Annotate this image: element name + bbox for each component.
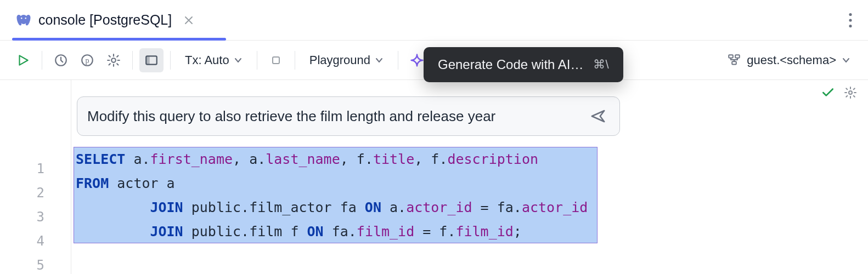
separator (132, 51, 133, 70)
tab-bar: console [PostgreSQL] (0, 0, 868, 41)
check-icon (821, 85, 835, 100)
schema-picker[interactable]: guest.<schema> (720, 53, 857, 67)
gear-icon[interactable] (844, 86, 857, 99)
code-line: JOIN public.film_actor fa ON a.actor_id … (76, 195, 861, 219)
status-icons (821, 85, 857, 100)
editor: 1 2 3 4 5 SELECT a.first_name, a.last_na… (0, 80, 868, 274)
ai-prompt-input[interactable] (87, 108, 587, 125)
svg-rect-10 (146, 56, 150, 64)
schema-label: guest.<schema> (747, 53, 836, 67)
svg-text:p: p (85, 56, 89, 65)
tooltip-label: Generate Code with AI… (438, 57, 583, 72)
code-line: SELECT a.first_name, a.last_name, f.titl… (76, 147, 861, 171)
svg-rect-12 (729, 55, 734, 58)
code-line: FROM actor a (76, 171, 861, 195)
stop-icon[interactable] (264, 48, 288, 72)
line-number: 3 (0, 205, 71, 229)
toolbar: p Tx: Auto Playground guest.<schema> Gen… (0, 41, 868, 80)
line-number: 4 (0, 229, 71, 253)
code-lines[interactable]: SELECT a.first_name, a.last_name, f.titl… (74, 147, 861, 267)
svg-point-3 (849, 19, 852, 21)
svg-point-2 (849, 13, 852, 15)
close-icon[interactable] (182, 13, 196, 27)
svg-point-4 (849, 24, 852, 27)
line-number: 5 (0, 253, 71, 274)
playground-dropdown[interactable]: Playground (302, 48, 391, 72)
svg-point-15 (849, 91, 852, 94)
run-button[interactable] (11, 48, 35, 72)
svg-rect-11 (273, 57, 279, 64)
gutter: 1 2 3 4 5 (0, 80, 71, 274)
svg-rect-14 (732, 61, 737, 64)
line-number: 2 (0, 181, 71, 205)
separator (398, 51, 398, 70)
separator (42, 51, 42, 70)
playground-label: Playground (309, 53, 370, 67)
output-layout-icon[interactable] (139, 48, 164, 72)
ai-prompt-box (77, 96, 620, 136)
more-icon[interactable] (833, 13, 868, 28)
editor-tab[interactable]: console [PostgreSQL] (12, 0, 182, 40)
send-icon[interactable] (587, 105, 610, 128)
svg-rect-13 (735, 55, 740, 58)
history-icon[interactable] (49, 48, 73, 72)
svg-point-0 (21, 18, 22, 19)
separator (295, 51, 295, 70)
settings-icon[interactable] (102, 48, 126, 72)
ai-tooltip: Generate Code with AI… ⌘\ (424, 47, 623, 82)
tab-title: console [PostgreSQL] (38, 12, 172, 28)
code-area[interactable]: SELECT a.first_name, a.last_name, f.titl… (71, 80, 868, 274)
schema-icon (727, 53, 741, 67)
line-number: 1 (0, 157, 71, 181)
chevron-down-icon (842, 56, 850, 65)
svg-point-8 (111, 58, 116, 62)
parameters-icon[interactable]: p (75, 48, 99, 72)
separator (257, 51, 257, 70)
elephant-icon (15, 12, 32, 28)
chevron-down-icon (375, 56, 384, 65)
tooltip-shortcut: ⌘\ (593, 58, 608, 72)
tx-mode-dropdown[interactable]: Tx: Auto (177, 48, 250, 72)
code-line (76, 243, 861, 267)
chevron-down-icon (234, 56, 243, 65)
separator (170, 51, 171, 70)
svg-point-1 (25, 18, 27, 19)
code-line: JOIN public.film f ON fa.film_id = f.fil… (76, 219, 861, 243)
tx-label: Tx: Auto (185, 53, 229, 67)
